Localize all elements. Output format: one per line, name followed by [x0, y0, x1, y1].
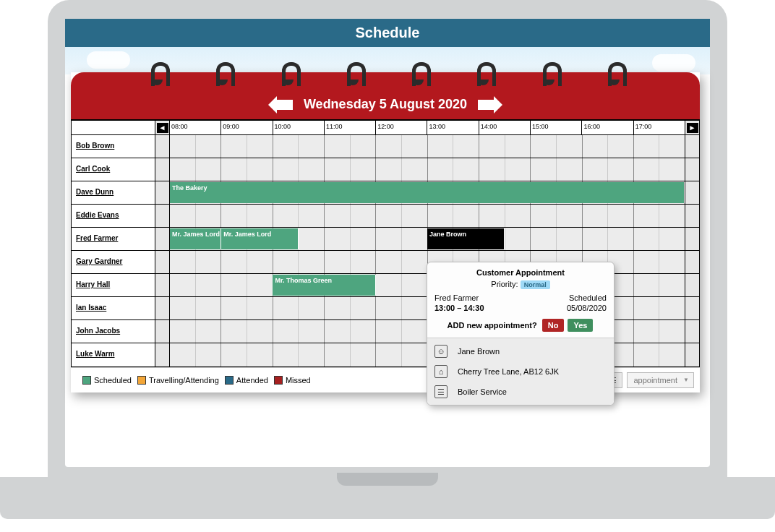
resource-name[interactable]: Ian Isaac	[72, 297, 155, 319]
resource-name[interactable]: Bob Brown	[72, 135, 155, 158]
resource-row[interactable]: Carl Cook	[72, 158, 699, 181]
time-slot: 13:00	[427, 121, 479, 134]
appointment-popup: Customer Appointment Priority: Normal Fr…	[427, 262, 615, 406]
event-james-lord-2[interactable]: Mr. James Lord	[221, 228, 299, 249]
laptop-notch	[337, 473, 438, 486]
popup-customer-row: ☺ Jane Brown	[427, 341, 614, 361]
popup-ask-text: ADD new appointment?	[448, 321, 537, 330]
binder-rings	[71, 62, 700, 82]
app-title: Schedule	[356, 25, 420, 40]
popup-address: Cherry Tree Lane, AB12 6JK	[458, 367, 559, 376]
current-date-label: Wednesday 5 August 2020	[304, 97, 467, 111]
legend-swatch-missed	[274, 376, 283, 385]
popup-title: Customer Appointment	[427, 262, 614, 278]
popup-yes-button[interactable]: Yes	[568, 319, 593, 332]
event-thomas-green[interactable]: Mr. Thomas Green	[273, 275, 375, 296]
priority-label: Priority:	[491, 280, 518, 288]
popup-ask-row: ADD new appointment? No Yes	[427, 313, 614, 338]
resource-name[interactable]: Luke Warm	[72, 343, 155, 366]
book-appointment-dropdown[interactable]: appointment	[627, 372, 694, 388]
scroll-left-col: ◄	[155, 121, 170, 134]
popup-date: 05/08/2020	[567, 304, 607, 312]
name-col-header	[72, 121, 155, 134]
document-icon: ☰	[434, 385, 448, 398]
person-icon: ☺	[434, 345, 448, 358]
legend-swatch-travelling	[137, 376, 146, 385]
time-slot: 16:00	[582, 121, 633, 134]
laptop-base	[0, 477, 775, 519]
resource-row[interactable]: Bob Brown	[72, 135, 699, 158]
popup-timerange: 13:00 – 14:30	[434, 304, 484, 312]
time-slot: 09:00	[221, 121, 273, 134]
resource-name[interactable]: Gary Gardner	[72, 251, 155, 273]
legend-label: Travelling/Attending	[149, 376, 219, 385]
resource-name[interactable]: John Jacobs	[72, 320, 155, 343]
app-header: Schedule	[65, 19, 710, 47]
popup-priority-row: Priority: Normal	[427, 278, 614, 293]
popup-customer-name: Jane Brown	[458, 347, 500, 356]
resource-row[interactable]: Fred Farmer Mr. James Lord Mr. James Lor…	[72, 228, 699, 251]
prev-day-button[interactable]	[274, 100, 293, 110]
time-slot: 11:00	[325, 121, 376, 134]
popup-service-row: ☰ Boiler Service	[427, 382, 614, 402]
resource-name[interactable]: Carl Cook	[72, 158, 155, 181]
legend-swatch-scheduled	[82, 376, 91, 385]
time-slot: 08:00	[170, 121, 221, 134]
home-icon: ⌂	[434, 365, 448, 378]
time-slot: 14:00	[479, 121, 531, 134]
next-day-button[interactable]	[478, 100, 497, 110]
priority-badge: Normal	[521, 280, 550, 289]
legend-label: Missed	[286, 376, 311, 385]
scroll-right-button[interactable]: ►	[687, 123, 698, 133]
schedule-date-bar: Wednesday 5 August 2020	[71, 72, 700, 119]
resource-row[interactable]: Eddie Evans	[72, 205, 699, 228]
popup-status: Scheduled	[569, 293, 607, 302]
resource-name[interactable]: Dave Dunn	[72, 181, 155, 204]
time-slot: 15:00	[531, 121, 582, 134]
event-jane-brown[interactable]: Jane Brown	[427, 228, 505, 249]
popup-resource: Fred Farmer	[434, 293, 479, 302]
event-james-lord-1[interactable]: Mr. James Lord	[170, 228, 221, 249]
time-slot: 12:00	[376, 121, 427, 134]
event-the-bakery[interactable]: The Bakery	[170, 182, 685, 203]
popup-details-list: ☺ Jane Brown ⌂ Cherry Tree Lane, AB12 6J…	[427, 338, 614, 405]
scroll-left-button[interactable]: ◄	[157, 123, 168, 133]
time-header-cells: 08:00 09:00 10:00 11:00 12:00 13:00 14:0…	[170, 121, 685, 134]
popup-service: Boiler Service	[458, 387, 507, 396]
resource-row[interactable]: Dave Dunn The Bakery	[72, 181, 699, 205]
time-slot: 17:00	[634, 121, 685, 134]
resource-name[interactable]: Fred Farmer	[72, 228, 155, 250]
legend-swatch-attended	[225, 376, 234, 385]
popup-address-row: ⌂ Cherry Tree Lane, AB12 6JK	[427, 361, 614, 382]
legend-label: Attended	[236, 376, 268, 385]
resource-name[interactable]: Eddie Evans	[72, 205, 155, 227]
popup-no-button[interactable]: No	[542, 319, 565, 332]
legend-label: Scheduled	[94, 376, 132, 385]
scroll-right-col: ►	[685, 121, 699, 134]
resource-name[interactable]: Harry Hall	[72, 274, 155, 296]
time-header-row: ◄ 08:00 09:00 10:00 11:00 12:00 13:00 14…	[72, 121, 699, 135]
time-slot: 10:00	[273, 121, 325, 134]
